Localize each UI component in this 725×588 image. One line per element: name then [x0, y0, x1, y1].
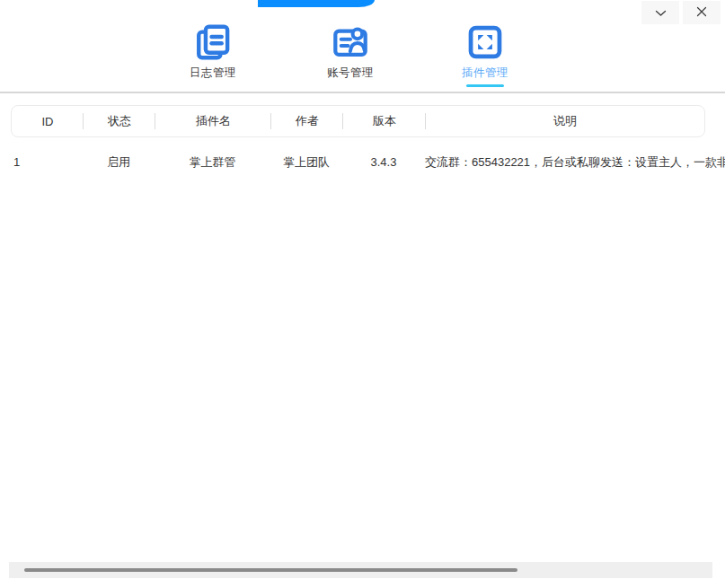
- tab-label-plugin: 插件管理: [462, 66, 508, 81]
- horizontal-scrollbar-track[interactable]: [9, 562, 712, 578]
- horizontal-scrollbar-thumb[interactable]: [24, 568, 517, 572]
- table-header: ID 状态 插件名 作者 版本 说明: [11, 105, 705, 137]
- tab-label-account: 账号管理: [327, 66, 374, 81]
- column-header-id: ID: [12, 106, 84, 136]
- column-header-author: 作者: [271, 106, 343, 136]
- cell-description: 交流群：655432221，后台或私聊发送：设置主人，一款非: [425, 151, 725, 174]
- tab-account-management[interactable]: 账号管理: [310, 22, 391, 92]
- tab-plugin-management[interactable]: 插件管理: [445, 22, 526, 92]
- top-accent-shape: [258, 0, 375, 7]
- column-header-status: 状态: [84, 106, 155, 136]
- close-button[interactable]: [683, 1, 721, 24]
- plugin-scan-icon: [464, 22, 506, 63]
- close-icon: [696, 4, 707, 21]
- active-tab-underline: [466, 84, 504, 87]
- cell-version: 3.4.3: [342, 151, 425, 174]
- column-header-plugin-name: 插件名: [155, 106, 271, 136]
- tab-log-management[interactable]: 日志管理: [172, 22, 253, 92]
- table-row[interactable]: 1 启用 掌上群管 掌上团队 3.4.3 交流群：655432221，后台或私聊…: [0, 151, 725, 174]
- plugin-manager-window: { "window": { "top_accent_color": "#0a8e…: [0, 0, 725, 588]
- cell-id: 1: [13, 151, 20, 174]
- tab-label-log: 日志管理: [190, 66, 236, 81]
- tab-divider: [0, 92, 725, 93]
- cell-plugin-name: 掌上群管: [155, 151, 270, 174]
- cell-author: 掌上团队: [270, 151, 342, 174]
- cell-status: 启用: [83, 151, 155, 174]
- rollup-button[interactable]: [641, 1, 679, 24]
- column-header-version: 版本: [343, 106, 426, 136]
- log-documents-icon: [192, 22, 234, 63]
- account-card-icon: [330, 22, 371, 63]
- column-header-description: 说明: [426, 106, 704, 136]
- chevron-down-icon: [655, 4, 667, 21]
